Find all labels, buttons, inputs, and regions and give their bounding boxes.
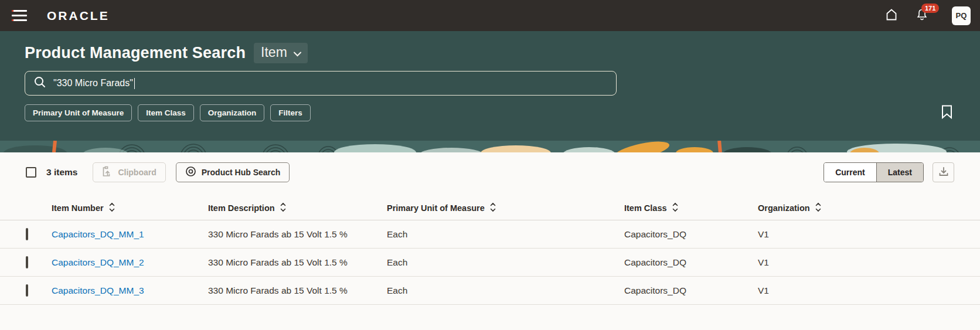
row-checkbox[interactable]	[26, 256, 28, 268]
toggle-current[interactable]: Current	[824, 163, 876, 182]
table-header-row: Item Number Item Description Primary Uni…	[0, 196, 980, 220]
chevron-down-icon	[293, 45, 302, 60]
column-header-organization[interactable]: Organization	[758, 202, 954, 214]
hamburger-bar	[12, 19, 27, 21]
uom-cell: Each	[387, 285, 624, 296]
results-table: Item Number Item Description Primary Uni…	[0, 196, 980, 305]
item-class-cell: Capacitors_DQ	[624, 257, 758, 268]
search-icon	[33, 76, 46, 91]
chip-filters[interactable]: Filters	[270, 104, 311, 121]
chip-item-class[interactable]: Item Class	[138, 104, 194, 121]
hamburger-bar	[12, 10, 27, 12]
hamburger-bar	[12, 15, 27, 16]
item-number-link[interactable]: Capacitors_DQ_MM_1	[52, 229, 144, 239]
item-number-link[interactable]: Capacitors_DQ_MM_3	[52, 285, 144, 295]
clipboard-icon	[102, 166, 113, 179]
organization-cell: V1	[758, 285, 954, 296]
notifications-button[interactable]: 171	[913, 7, 931, 25]
hero-title-row: Product Management Search Item	[25, 43, 955, 63]
product-hub-search-button[interactable]: Product Hub Search	[176, 162, 290, 182]
item-class-cell: Capacitors_DQ	[624, 285, 758, 296]
row-checkbox[interactable]	[26, 228, 28, 240]
product-hub-icon	[185, 166, 196, 179]
results-toolbar: 3 items Clipboard Product Hub Search	[26, 162, 954, 183]
search-input-value: "330 Micro Farads"	[53, 78, 133, 89]
column-header-item-number[interactable]: Item Number	[52, 202, 208, 214]
column-header-item-description[interactable]: Item Description	[208, 202, 387, 214]
item-description-cell: 330 Micro Farads ab 15 Volt 1.5 %	[208, 229, 387, 240]
organization-cell: V1	[758, 257, 954, 268]
table-row: Capacitors_DQ_MM_2 330 Micro Farads ab 1…	[0, 249, 980, 277]
home-icon	[884, 8, 899, 23]
version-toggle: Current Latest	[824, 162, 924, 182]
clipboard-button[interactable]: Clipboard	[93, 162, 165, 182]
column-header-label: Item Description	[208, 203, 275, 213]
sort-icon	[815, 202, 821, 214]
items-count: 3 items	[46, 167, 77, 178]
item-description-cell: 330 Micro Farads ab 15 Volt 1.5 %	[208, 257, 387, 268]
results-area: 3 items Clipboard Product Hub Search	[0, 152, 980, 305]
table-row: Capacitors_DQ_MM_1 330 Micro Farads ab 1…	[0, 220, 980, 249]
column-header-item-class[interactable]: Item Class	[624, 202, 758, 214]
column-header-label: Item Class	[624, 203, 667, 213]
avatar[interactable]: PQ	[952, 6, 971, 25]
table-row: Capacitors_DQ_MM_3 330 Micro Farads ab 1…	[0, 277, 980, 305]
bookmark-button[interactable]	[938, 104, 955, 121]
search-scope-select[interactable]: Item	[254, 43, 308, 63]
row-checkbox[interactable]	[26, 284, 28, 297]
sort-icon	[672, 202, 678, 214]
clipboard-button-label: Clipboard	[118, 168, 156, 177]
decorative-pattern	[0, 141, 980, 152]
global-top-bar: ORACLE 171 PQ	[0, 0, 980, 31]
organization-cell: V1	[758, 229, 954, 240]
toolbar-right: Current Latest	[824, 162, 954, 182]
bookmark-icon	[941, 105, 952, 121]
sort-icon	[280, 202, 286, 214]
chip-primary-unit-of-measure[interactable]: Primary Unit of Measure	[25, 104, 132, 121]
search-hero: Product Management Search Item "330 Micr…	[0, 31, 980, 141]
sort-icon	[490, 202, 496, 214]
page-title: Product Management Search	[25, 44, 246, 62]
home-button[interactable]	[883, 7, 900, 25]
product-hub-button-label: Product Hub Search	[202, 168, 281, 177]
column-header-primary-unit-of-measure[interactable]: Primary Unit of Measure	[387, 202, 624, 214]
search-input[interactable]: "330 Micro Farads"	[25, 71, 617, 96]
hamburger-menu-icon[interactable]	[9, 4, 33, 28]
column-header-label: Item Number	[52, 203, 104, 213]
scope-select-value: Item	[261, 45, 287, 60]
filter-chips-row: Primary Unit of Measure Item Class Organ…	[25, 104, 955, 121]
download-icon	[938, 166, 949, 179]
column-header-label: Organization	[758, 203, 810, 213]
topbar-actions: 171 PQ	[883, 6, 971, 25]
column-header-label: Primary Unit of Measure	[387, 203, 485, 213]
item-class-cell: Capacitors_DQ	[624, 229, 758, 240]
item-description-cell: 330 Micro Farads ab 15 Volt 1.5 %	[208, 285, 387, 296]
uom-cell: Each	[387, 229, 624, 240]
toggle-latest[interactable]: Latest	[876, 163, 923, 182]
oracle-logo: ORACLE	[47, 9, 110, 23]
sort-icon	[109, 202, 115, 214]
select-all-checkbox[interactable]	[26, 167, 36, 178]
chip-organization[interactable]: Organization	[200, 104, 265, 121]
text-cursor	[134, 78, 135, 89]
uom-cell: Each	[387, 257, 624, 268]
download-button[interactable]	[933, 162, 954, 182]
item-number-link[interactable]: Capacitors_DQ_MM_2	[52, 257, 144, 267]
notification-badge: 171	[921, 4, 939, 13]
